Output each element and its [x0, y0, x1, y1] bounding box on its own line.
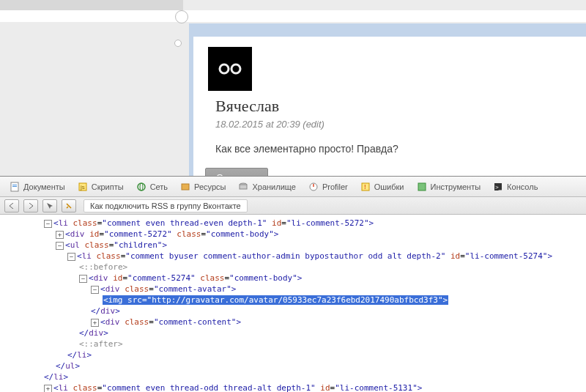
- back-button[interactable]: [4, 199, 19, 212]
- svg-rect-4: [12, 186, 17, 187]
- edit-link[interactable]: (edit): [303, 119, 324, 130]
- dom-line[interactable]: −<div class="comment-avatar">: [44, 284, 586, 295]
- collapse-icon[interactable]: −: [67, 253, 75, 261]
- dom-line[interactable]: </div>: [44, 306, 586, 317]
- tab-storage[interactable]: Хранилище: [233, 180, 300, 194]
- tab-label: Ресурсы: [194, 182, 226, 191]
- dom-line[interactable]: </li>: [44, 371, 586, 382]
- comment-timestamp: 18.02.2015 at 20:39 (edit): [215, 119, 571, 130]
- svg-point-0: [220, 64, 229, 73]
- network-icon: [136, 181, 147, 193]
- inspect-button[interactable]: [42, 199, 57, 212]
- collapse-icon[interactable]: −: [79, 275, 87, 283]
- white-band: [0, 10, 586, 22]
- tab-label: Инструменты: [431, 182, 481, 191]
- svg-rect-16: [418, 183, 426, 191]
- collapse-icon[interactable]: −: [56, 242, 64, 250]
- comment-author[interactable]: Вячеслав: [215, 97, 571, 116]
- dom-line[interactable]: +<div id="comment-5272" class="comment-b…: [44, 229, 586, 240]
- timestamp-text[interactable]: 18.02.2015 at 20:39: [215, 119, 300, 130]
- gray-strip: [0, 0, 183, 10]
- devtools-toolbar: Документы js Скрипты Сеть Ресурсы Хранил…: [0, 177, 586, 197]
- tab-errors[interactable]: ! Ошибки: [355, 180, 409, 194]
- svg-rect-3: [12, 185, 17, 185]
- tab-label: Сеть: [150, 182, 168, 191]
- dom-line[interactable]: </div>: [44, 328, 586, 339]
- svg-point-8: [140, 183, 143, 191]
- tab-label: Profiler: [322, 182, 348, 191]
- dom-line[interactable]: −<li class="comment even thread-even dep…: [44, 218, 586, 229]
- tab-label: Ошибки: [374, 182, 404, 191]
- expand-icon[interactable]: +: [44, 385, 52, 393]
- infinity-icon: [215, 62, 245, 76]
- svg-text:js: js: [80, 184, 85, 191]
- tab-console[interactable]: >_ Консоль: [488, 180, 542, 194]
- devtools-subtoolbar: Как подключить RSS в группу Вконтакте: [0, 197, 586, 215]
- timeline-marker: [175, 10, 188, 23]
- console-icon: >_: [492, 181, 504, 193]
- dom-line[interactable]: −<ul class="children">: [44, 240, 586, 251]
- svg-point-7: [138, 183, 145, 191]
- tab-label: Хранилище: [252, 182, 295, 191]
- document-icon: [9, 181, 21, 193]
- collapse-icon[interactable]: −: [44, 220, 52, 228]
- dom-pseudo[interactable]: <::after>: [44, 339, 586, 350]
- dom-line-selected[interactable]: <img src="http://gravatar.com/avatar/059…: [44, 295, 586, 306]
- tools-icon: [416, 181, 428, 193]
- svg-rect-11: [240, 185, 247, 189]
- dom-line[interactable]: </li>: [44, 350, 586, 360]
- page-content-area: Вячеслав 18.02.2015 at 20:39 (edit) Как …: [0, 0, 586, 176]
- storage-icon: [237, 181, 249, 193]
- comment-body: Как все элементарно просто! Правда?: [215, 143, 571, 155]
- profiler-icon: [308, 181, 319, 193]
- tab-label: Консоль: [507, 182, 538, 191]
- comment-panel: Вячеслав 18.02.2015 at 20:39 (edit) Как …: [189, 23, 586, 176]
- tab-profiler[interactable]: Profiler: [303, 180, 352, 194]
- svg-rect-9: [182, 184, 189, 190]
- resources-icon: [179, 181, 191, 193]
- svg-text:>_: >_: [495, 184, 502, 191]
- find-button[interactable]: [62, 199, 76, 212]
- dom-line[interactable]: −<div id="comment-5274" class="comment-b…: [44, 273, 586, 284]
- errors-icon: !: [360, 181, 371, 193]
- dom-pseudo[interactable]: <::before>: [44, 262, 586, 273]
- svg-point-1: [231, 64, 240, 73]
- collapse-icon[interactable]: −: [91, 286, 99, 294]
- svg-text:!: !: [364, 183, 366, 191]
- dom-line[interactable]: +<div class="comment-content">: [44, 317, 586, 328]
- dom-tree[interactable]: −<li class="comment even thread-even dep…: [0, 215, 586, 392]
- expand-icon[interactable]: +: [91, 319, 99, 327]
- tab-resources[interactable]: Ресурсы: [175, 180, 230, 194]
- expand-icon[interactable]: +: [56, 231, 64, 239]
- dom-line[interactable]: −<li class="comment byuser comment-autho…: [44, 251, 586, 262]
- forward-button[interactable]: [23, 199, 38, 212]
- tab-scripts[interactable]: js Скрипты: [73, 180, 128, 194]
- tab-label: Документы: [23, 182, 65, 191]
- avatar: [208, 47, 252, 91]
- list-bullet: [174, 40, 182, 47]
- tab-network[interactable]: Сеть: [131, 180, 172, 194]
- tab-label: Скрипты: [92, 182, 124, 191]
- script-icon: js: [77, 181, 89, 193]
- dom-line[interactable]: </ul>: [44, 360, 586, 371]
- comment-card: Вячеслав 18.02.2015 at 20:39 (edit) Как …: [193, 37, 586, 198]
- tab-tools[interactable]: Инструменты: [412, 180, 486, 194]
- dom-line[interactable]: +<li class="comment even thread-odd thre…: [44, 382, 586, 392]
- tab-documents[interactable]: Документы: [4, 180, 70, 194]
- devtools-panel: Документы js Скрипты Сеть Ресурсы Хранил…: [0, 176, 586, 392]
- breadcrumb[interactable]: Как подключить RSS в группу Вконтакте: [84, 199, 248, 212]
